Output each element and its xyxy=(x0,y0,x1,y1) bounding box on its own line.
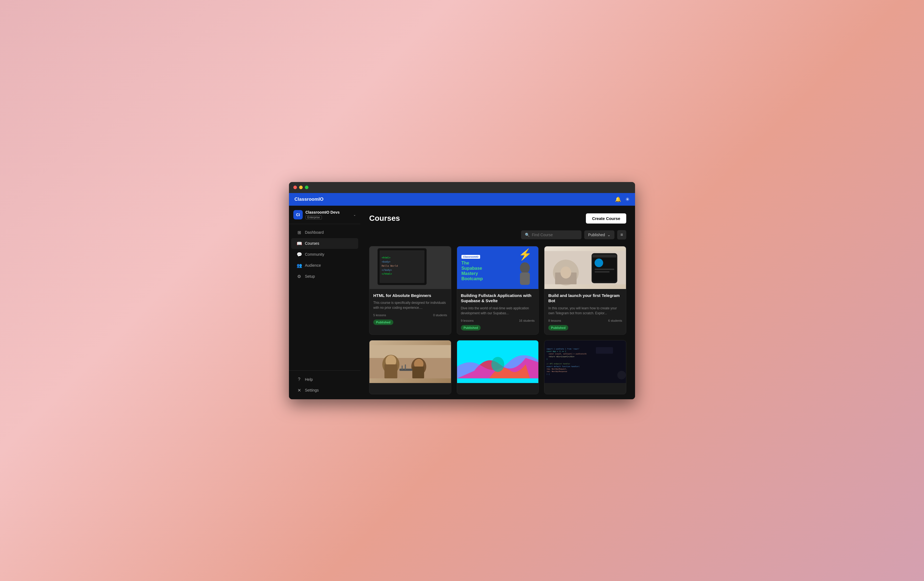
course-body xyxy=(544,383,626,394)
svg-text:const App = () => {: const App = () => { xyxy=(546,350,566,352)
course-card-html-beginners[interactable]: <html> <body> Welcome to HTML </body> </… xyxy=(369,246,451,334)
status-filter-dropdown[interactable]: Published ⌄ xyxy=(584,230,614,239)
app-window: ClassroomIO 🔔 ✳ CI ClassroomIO Devs Ente… xyxy=(289,182,635,399)
sidebar-item-label: Courses xyxy=(305,241,319,245)
svg-point-9 xyxy=(420,256,443,280)
svg-text:</html>: </html> xyxy=(381,273,389,275)
status-badge: Published xyxy=(373,319,393,325)
svg-text:<body>: <body> xyxy=(382,263,389,265)
svg-rect-24 xyxy=(370,358,451,378)
minimize-button[interactable] xyxy=(299,185,303,189)
course-card-6[interactable]: import { useState } from 'react' const A… xyxy=(544,340,626,394)
lesson-count: 5 lessons xyxy=(373,313,386,317)
svg-text:) {: ) { xyxy=(546,373,550,375)
student-count: 6 students xyxy=(608,319,622,322)
course-thumbnail xyxy=(370,340,451,383)
course-grid: <html> <body> Welcome to HTML </body> </… xyxy=(369,246,626,394)
sidebar-item-dashboard[interactable]: ⊞ Dashboard xyxy=(291,227,358,238)
content-header: Courses Create Course xyxy=(369,214,626,223)
sidebar-item-label: Audience xyxy=(305,263,321,268)
search-input[interactable] xyxy=(532,233,578,237)
course-body: Build and launch your first Telegram Bot… xyxy=(544,289,626,334)
course-body xyxy=(370,383,451,394)
course-description: This course is specifically designed for… xyxy=(373,300,447,310)
audience-icon: 👥 xyxy=(297,263,302,268)
app-header: ClassroomIO 🔔 ✳ xyxy=(289,193,635,206)
course-body: HTML for Absolute Beginners This course … xyxy=(370,289,451,329)
sidebar-item-settings[interactable]: ✕ Settings xyxy=(291,385,358,396)
course-card-supabase[interactable]: ClassroomIO TheSupabaseMasteryBootcamp ⚡ xyxy=(457,246,539,334)
course-body: Building Fullstack Applications with Sup… xyxy=(457,289,539,334)
svg-text:export default function handle: export default function handler( xyxy=(546,365,579,367)
course-thumbnail: import { useState } from 'react' const A… xyxy=(544,340,626,383)
course-thumbnail: ClassroomIO TheSupabaseMasteryBootcamp ⚡ xyxy=(457,247,539,289)
svg-rect-17 xyxy=(595,258,603,267)
sidebar-item-label: Settings xyxy=(305,388,319,392)
filter-label: Published xyxy=(588,233,605,237)
course-card-telegram[interactable]: Build and launch your first Telegram Bot… xyxy=(544,246,626,334)
filter-bar: 🔍 Published ⌄ ≡ xyxy=(369,230,626,240)
svg-rect-30 xyxy=(412,366,424,378)
svg-rect-15 xyxy=(592,255,616,282)
svg-rect-32 xyxy=(402,366,403,370)
create-course-button[interactable]: Create Course xyxy=(586,214,626,223)
svg-point-11 xyxy=(520,262,530,273)
sidebar-item-setup[interactable]: ⚙ Setup xyxy=(291,271,358,282)
svg-rect-27 xyxy=(384,364,398,378)
search-box[interactable]: 🔍 xyxy=(521,230,581,239)
sidebar-item-community[interactable]: 💬 Community xyxy=(291,249,358,260)
chevron-down-icon: ⌄ xyxy=(607,233,610,237)
sidebar-bottom: ? Help ✕ Settings xyxy=(289,371,360,399)
header-icons: 🔔 ✳ xyxy=(615,196,630,202)
org-header[interactable]: CI ClassroomIO Devs Enterprise ⌄ xyxy=(289,206,360,224)
lesson-count: 9 lessons xyxy=(461,319,474,322)
course-body xyxy=(457,383,539,394)
course-meta: 9 lessons 16 students xyxy=(461,319,535,322)
sidebar-item-courses[interactable]: 📖 Courses xyxy=(291,238,358,249)
lightning-icon: ⚡ xyxy=(518,248,532,261)
lesson-count: 8 lessons xyxy=(548,319,561,322)
settings-icon[interactable]: ✳ xyxy=(625,196,630,202)
help-icon: ? xyxy=(297,377,302,382)
sidebar-item-help[interactable]: ? Help xyxy=(291,374,358,385)
list-view-button[interactable]: ≡ xyxy=(617,230,626,240)
sidebar: CI ClassroomIO Devs Enterprise ⌄ ⊞ Dashb… xyxy=(289,206,360,399)
svg-text:const [count, setCount] = useS: const [count, setCount] = useState(0) xyxy=(549,353,587,355)
course-title: Building Fullstack Applications with Sup… xyxy=(461,293,535,304)
svg-rect-12 xyxy=(520,273,530,285)
sidebar-item-label: Help xyxy=(305,377,313,382)
svg-text:Welcome to HTML: Welcome to HTML xyxy=(384,266,401,269)
course-description: Dive into the world of real-time web app… xyxy=(461,306,535,316)
course-card-5[interactable] xyxy=(457,340,539,394)
classroomio-logo: ClassroomIO xyxy=(462,255,480,259)
svg-rect-2 xyxy=(379,254,420,257)
course-title: HTML for Absolute Beginners xyxy=(373,293,447,298)
maximize-button[interactable] xyxy=(305,185,309,189)
svg-rect-1 xyxy=(378,253,421,282)
svg-rect-33 xyxy=(405,364,406,370)
student-count: 0 students xyxy=(433,313,447,317)
course-thumbnail: <html> <body> Welcome to HTML </body> </… xyxy=(370,247,451,289)
course-meta: 5 lessons 0 students xyxy=(373,313,447,317)
svg-text:</body>: </body> xyxy=(382,270,391,272)
svg-rect-47 xyxy=(596,347,613,353)
course-card-4[interactable] xyxy=(369,340,451,394)
org-badge: Enterprise xyxy=(305,215,322,219)
course-description: In this course, you will learn how to cr… xyxy=(548,306,622,316)
sidebar-item-audience[interactable]: 👥 Audience xyxy=(291,260,358,271)
course-thumbnail xyxy=(457,340,539,383)
svg-text:import { useState } from 'reac: import { useState } from 'react' xyxy=(546,348,579,350)
svg-rect-19 xyxy=(595,271,610,273)
close-button[interactable] xyxy=(293,185,297,189)
org-info: ClassroomIO Devs Enterprise xyxy=(305,210,350,219)
main-content: Courses Create Course 🔍 Published ⌄ ≡ xyxy=(360,206,635,399)
search-icon: 🔍 xyxy=(525,233,530,237)
sidebar-item-label: Dashboard xyxy=(305,230,324,235)
org-icon: CI xyxy=(293,210,303,219)
svg-rect-16 xyxy=(592,255,616,257)
svg-text:req: NextApiRequest,: req: NextApiRequest, xyxy=(546,367,567,370)
org-initials: CI xyxy=(296,213,300,217)
status-badge: Published xyxy=(548,325,568,331)
notification-icon[interactable]: 🔔 xyxy=(615,196,621,202)
student-count: 16 students xyxy=(519,319,535,322)
